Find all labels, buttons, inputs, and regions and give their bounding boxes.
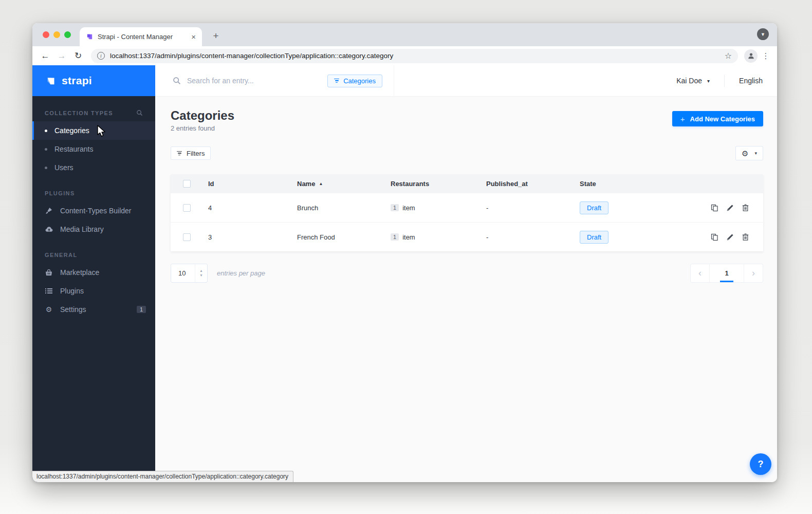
search-input[interactable] <box>187 77 321 85</box>
cloud-upload-icon <box>45 226 53 232</box>
sidebar-item-marketplace[interactable]: Marketplace <box>32 263 155 282</box>
delete-trash-icon[interactable] <box>742 233 749 241</box>
entries-per-page-label: entries per page <box>217 269 265 277</box>
duplicate-icon[interactable] <box>711 204 718 212</box>
sidebar: strapi COLLECTION TYPES Categories Resta <box>32 65 155 482</box>
column-header-id[interactable]: Id <box>203 180 297 188</box>
back-icon[interactable]: ← <box>39 51 52 61</box>
cell-restaurants: 1 item <box>391 204 486 212</box>
sidebar-item-categories[interactable]: Categories <box>32 121 155 140</box>
sidebar-item-settings[interactable]: ⚙ Settings 1 <box>32 300 155 319</box>
browser-tab-strip: Strapi - Content Manager × + ▼ <box>32 23 777 46</box>
close-window-button[interactable] <box>43 31 49 38</box>
column-header-restaurants[interactable]: Restaurants <box>391 180 486 188</box>
browser-profile-button[interactable] <box>744 49 758 63</box>
column-header-name[interactable]: Name ▲ <box>297 180 391 188</box>
url-text[interactable]: localhost:1337/admin/plugins/content-man… <box>110 52 719 60</box>
zoom-window-button[interactable] <box>64 31 71 38</box>
settings-count-badge: 1 <box>137 306 146 313</box>
close-tab-icon[interactable]: × <box>191 33 196 41</box>
shopping-basket-icon <box>45 269 53 276</box>
table-header-row: Id Name ▲ Restaurants Published_at State <box>171 174 763 193</box>
filters-button[interactable]: Filters <box>171 146 211 160</box>
strapi-admin: strapi COLLECTION TYPES Categories Resta <box>32 65 777 482</box>
user-menu[interactable]: Kai Doe ▾ <box>676 77 710 85</box>
sidebar-item-restaurants[interactable]: Restaurants <box>32 140 155 158</box>
section-title: COLLECTION TYPES <box>45 110 136 116</box>
gear-icon: ⚙ <box>742 150 748 157</box>
minimize-window-button[interactable] <box>53 31 60 38</box>
main-panel: Categories Kai Doe ▾ English Categories <box>155 65 777 482</box>
paint-brush-icon <box>45 207 53 214</box>
table-settings-button[interactable]: ⚙ ▾ <box>735 146 763 160</box>
stepper-icon[interactable]: ▴ ▾ <box>195 264 207 282</box>
search-scope-chip[interactable]: Categories <box>327 75 382 87</box>
column-header-published-at[interactable]: Published_at <box>486 180 580 188</box>
table-row[interactable]: 3 French Food 1 item - Draft <box>171 222 763 251</box>
tab-search-button[interactable]: ▼ <box>757 28 769 40</box>
forward-icon[interactable]: → <box>55 51 68 61</box>
add-button-label: Add New Categories <box>690 115 755 123</box>
edit-pencil-icon[interactable] <box>727 233 734 241</box>
chevron-down-icon: ▾ <box>754 151 757 156</box>
help-button[interactable]: ? <box>750 453 771 475</box>
sidebar-item-label: Media Library <box>60 225 104 233</box>
sidebar-item-label: Settings <box>60 305 86 314</box>
count-badge: 1 <box>391 233 399 241</box>
filters-label: Filters <box>187 150 205 157</box>
gear-icon: ⚙ <box>45 305 53 314</box>
window-controls <box>43 31 71 38</box>
content-area: Categories 2 entries found + Add New Cat… <box>155 96 777 482</box>
search-icon[interactable] <box>136 109 143 116</box>
browser-tab[interactable]: Strapi - Content Manager × <box>80 27 202 46</box>
new-tab-button[interactable]: + <box>209 29 223 43</box>
bookmark-star-icon[interactable]: ☆ <box>725 51 732 61</box>
edit-pencil-icon[interactable] <box>727 204 734 211</box>
sidebar-item-plugins[interactable]: Plugins <box>32 282 155 300</box>
plus-icon: + <box>680 115 685 123</box>
filter-icon <box>334 79 339 83</box>
reload-icon[interactable]: ↻ <box>71 50 85 61</box>
search-icon <box>173 77 181 85</box>
strapi-logo[interactable]: strapi <box>32 65 155 96</box>
browser-window: Strapi - Content Manager × + ▼ ← → ↻ i l… <box>32 23 777 482</box>
row-checkbox[interactable] <box>183 204 191 212</box>
entries-per-page-select[interactable]: 10 ▴ ▾ <box>171 264 208 283</box>
cell-id: 4 <box>203 204 297 212</box>
sidebar-item-media-library[interactable]: Media Library <box>32 220 155 238</box>
add-new-categories-button[interactable]: + Add New Categories <box>672 111 763 126</box>
entries-table: Id Name ▲ Restaurants Published_at State… <box>171 174 763 251</box>
bullet-icon <box>45 130 47 132</box>
page-head: Categories 2 entries found + Add New Cat… <box>171 108 763 132</box>
cell-name: French Food <box>297 233 391 241</box>
draft-badge: Draft <box>580 201 608 214</box>
duplicate-icon[interactable] <box>711 233 718 241</box>
entries-count: 2 entries found <box>171 124 234 132</box>
delete-trash-icon[interactable] <box>742 204 749 211</box>
current-page[interactable]: 1 <box>709 264 744 282</box>
language-selector[interactable]: English <box>739 77 763 85</box>
header-right: Kai Doe ▾ English <box>676 75 777 87</box>
row-checkbox[interactable] <box>183 233 191 241</box>
bullet-icon <box>45 167 47 169</box>
browser-menu-icon[interactable]: ⋮ <box>761 51 771 61</box>
column-header-state[interactable]: State <box>580 180 678 188</box>
address-bar[interactable]: i localhost:1337/admin/plugins/content-m… <box>91 49 738 63</box>
site-info-icon[interactable]: i <box>97 52 105 60</box>
sidebar-item-content-types-builder[interactable]: Content-Types Builder <box>32 201 155 220</box>
logo-wordmark: strapi <box>62 75 92 87</box>
sidebar-item-users[interactable]: Users <box>32 158 155 177</box>
bullet-icon <box>45 148 47 151</box>
cell-published-at: - <box>486 204 580 212</box>
next-page-button[interactable]: › <box>744 264 763 282</box>
previous-page-button[interactable]: ‹ <box>691 264 709 282</box>
draft-badge: Draft <box>580 231 608 244</box>
select-all-checkbox[interactable] <box>183 180 191 188</box>
strapi-logo-icon <box>46 75 57 86</box>
pager: ‹ 1 › <box>690 264 763 283</box>
cell-id: 3 <box>203 233 297 241</box>
strapi-favicon-icon <box>86 33 94 41</box>
link-preview-status-bar: localhost:1337/admin/plugins/content-man… <box>32 471 293 482</box>
sidebar-item-label: Restaurants <box>54 145 93 153</box>
table-row[interactable]: 4 Brunch 1 item - Draft <box>171 193 763 222</box>
